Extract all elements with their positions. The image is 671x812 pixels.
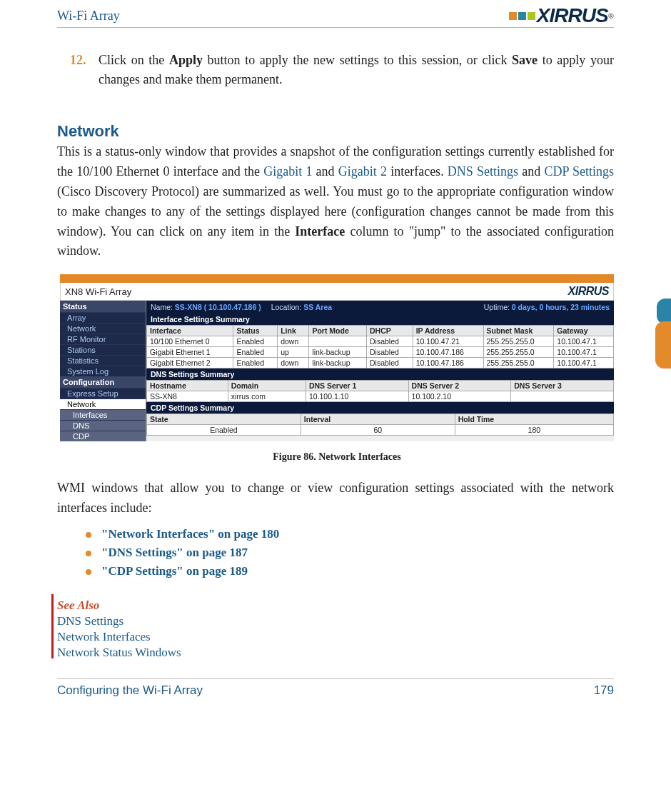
figure-status-bar: Name: SS-XN8 ( 10.100.47.186 ) Location:…	[146, 301, 614, 314]
step-12: 12. Click on the Apply button to apply t…	[70, 51, 614, 89]
link-dns-settings[interactable]: DNS Settings	[448, 164, 518, 179]
link-gigabit-1[interactable]: Gigabit 1	[263, 164, 312, 179]
table-row: 10/100 Ethernet 0EnableddownDisabled10.1…	[147, 336, 614, 347]
page-header: Wi-Fi Array XIRRUS ®	[57, 0, 614, 28]
logo: XIRRUS ®	[509, 4, 614, 27]
see-also-link[interactable]: Network Status Windows	[57, 646, 614, 660]
sidebar-item[interactable]: Array	[60, 312, 146, 323]
sidebar-item[interactable]: RF Monitor	[60, 334, 146, 344]
dns-table: HostnameDomainDNS Server 1DNS Server 2DN…	[146, 380, 614, 402]
sidebar-subitem[interactable]: CDP	[60, 431, 146, 441]
step-number: 12.	[70, 51, 91, 70]
logo-text: XIRRUS	[537, 4, 608, 27]
interface-bold: Interface	[295, 224, 345, 239]
footer-left: Configuring the Wi-Fi Array	[57, 683, 203, 698]
section-head-dns: DNS Settings Summary	[146, 369, 614, 380]
interface-table: InterfaceStatusLinkPort ModeDHCPIP Addre…	[146, 325, 614, 369]
save-label: Save	[512, 53, 538, 67]
sidebar-item[interactable]: Network	[60, 323, 146, 334]
after-figure-paragraph: WMI windows that allow you to change or …	[57, 478, 614, 518]
section-head-cdp: CDP Settings Summary	[146, 402, 614, 413]
page-number: 179	[594, 683, 614, 698]
related-list: "Network Interfaces" on page 180 "DNS Se…	[86, 527, 614, 578]
link-network-interfaces[interactable]: "Network Interfaces" on page 180	[86, 527, 614, 541]
sidebar-item[interactable]: System Log	[60, 366, 146, 376]
see-also-link[interactable]: DNS Settings	[57, 614, 614, 628]
sidebar-item-express[interactable]: Express Setup	[60, 388, 146, 399]
sidebar-item[interactable]: Stations	[60, 344, 146, 355]
header-title: Wi-Fi Array	[57, 9, 120, 24]
table-row: Gigabit Ethernet 1Enableduplink-backupDi…	[147, 347, 614, 358]
cdp-table: StateIntervalHold Time Enabled60180	[146, 413, 614, 436]
sidebar-head-config: Configuration	[60, 376, 146, 388]
change-bar	[51, 594, 54, 658]
link-cdp-settings[interactable]: CDP Settings	[544, 164, 614, 179]
sidebar-item-network-active[interactable]: Network	[60, 399, 146, 409]
section-heading-network: Network	[57, 122, 614, 141]
logo-dot-icon	[528, 12, 535, 20]
figure-title-bar: XN8 Wi-Fi Array XIRRUS	[60, 283, 614, 301]
see-also-link[interactable]: Network Interfaces	[57, 630, 614, 644]
window-title: XN8 Wi-Fi Array	[65, 286, 131, 297]
figure-logo: XIRRUS	[568, 285, 609, 298]
table-row: Enabled60180	[147, 425, 614, 436]
figure-main-panel: Name: SS-XN8 ( 10.100.47.186 ) Location:…	[146, 301, 614, 441]
section-head-interface: Interface Settings Summary	[146, 314, 614, 325]
page-tab	[655, 321, 671, 369]
logo-dot-icon	[509, 12, 517, 20]
link-gigabit-2[interactable]: Gigabit 2	[338, 164, 387, 179]
page-footer: Configuring the Wi-Fi Array 179	[57, 678, 614, 698]
network-paragraph: This is a status-only window that provid…	[57, 142, 614, 261]
table-row: SS-XN8xirrus.com10.100.1.1010.100.2.10	[147, 391, 614, 402]
apply-label: Apply	[169, 53, 203, 67]
sidebar-head-status: Status	[60, 301, 146, 312]
see-also-heading: See Also	[57, 598, 614, 613]
table-row: Gigabit Ethernet 2Enableddownlink-backup…	[147, 358, 614, 369]
figure-top-bar	[60, 274, 614, 283]
figure-caption: Figure 86. Network Interfaces	[60, 451, 614, 463]
figure-sidebar: Status Array Network RF Monitor Stations…	[60, 301, 146, 441]
figure-86: XN8 Wi-Fi Array XIRRUS Status Array Netw…	[60, 274, 614, 463]
logo-dot-icon	[518, 12, 526, 20]
link-dns-settings-page[interactable]: "DNS Settings" on page 187	[86, 546, 614, 560]
sidebar-subitem[interactable]: DNS	[60, 420, 146, 431]
page-tab-secondary	[657, 299, 671, 324]
sidebar-subitem[interactable]: Interfaces	[60, 409, 146, 420]
sidebar-item[interactable]: Statistics	[60, 355, 146, 366]
step-text: Click on the Apply button to apply the n…	[99, 51, 614, 89]
link-cdp-settings-page[interactable]: "CDP Settings" on page 189	[86, 564, 614, 578]
